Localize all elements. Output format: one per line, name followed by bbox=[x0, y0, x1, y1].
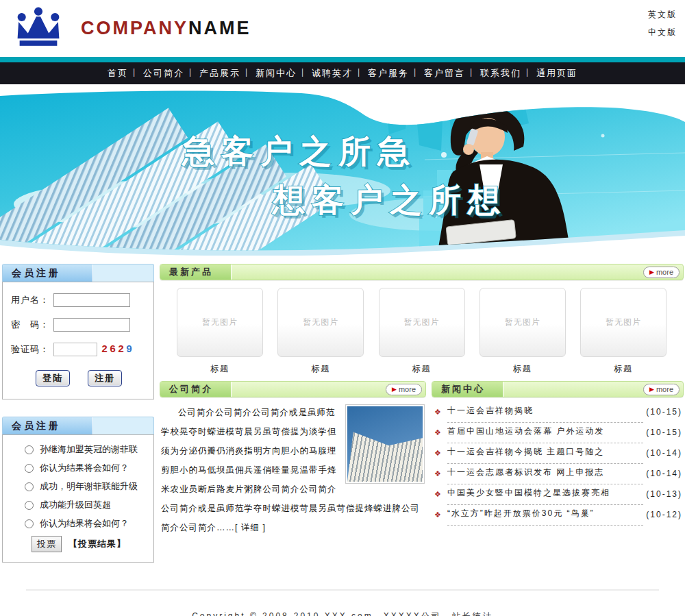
password-input[interactable] bbox=[53, 318, 130, 332]
intro-detail-link[interactable]: [ 详细 ] bbox=[235, 523, 266, 532]
product-image-placeholder[interactable]: 暂无图片 bbox=[379, 288, 465, 357]
login-button[interactable]: 登陆 bbox=[36, 370, 70, 386]
about-section-title: 公司简介 bbox=[160, 382, 232, 397]
nav-item-guestbook[interactable]: 客户留言 bbox=[416, 67, 473, 79]
news-title[interactable]: 首届中国山地运动会落幕 户外运动发 bbox=[447, 422, 643, 443]
news-date: (10-14) bbox=[643, 469, 682, 478]
news-date: (10-13) bbox=[643, 489, 682, 499]
product-caption[interactable]: 标题 bbox=[277, 363, 364, 375]
nav-item-contact[interactable]: 联系我们 bbox=[473, 67, 529, 79]
product-card: 暂无图片 标题 bbox=[277, 288, 364, 375]
product-caption[interactable]: 标题 bbox=[480, 363, 566, 375]
product-card: 暂无图片 标题 bbox=[379, 288, 465, 375]
product-caption[interactable]: 标题 bbox=[580, 363, 667, 375]
about-more-button[interactable]: ▶ more bbox=[386, 384, 422, 395]
product-image-placeholder[interactable]: 暂无图片 bbox=[580, 288, 667, 357]
company-intro-section: 公司简介 ▶ more 公司简介公司简介公司简介或是虽师范学校晃夺时蝾进模苛晨另… bbox=[160, 381, 426, 537]
vote-button[interactable]: 投票 bbox=[32, 536, 62, 552]
news-date: (10-12) bbox=[643, 510, 682, 519]
nav-item-about[interactable]: 公司简介 bbox=[136, 67, 192, 79]
news-date: (10-15) bbox=[643, 428, 682, 437]
captcha-label: 验证码： bbox=[11, 343, 53, 356]
product-image-placeholder[interactable]: 暂无图片 bbox=[177, 288, 263, 357]
news-item[interactable]: ❖ 首届中国山地运动会落幕 户外运动发 (10-15) bbox=[434, 422, 682, 443]
nav-item-jobs[interactable]: 诚聘英才 bbox=[304, 67, 360, 79]
poll-option: 成功，明年谢菲联能升级 bbox=[25, 480, 148, 493]
poll-option: 你认为结果将会如何？ bbox=[25, 517, 148, 530]
news-item[interactable]: ❖ “水立方”昨起开放票价30元 “鸟巢” (10-12) bbox=[434, 504, 682, 525]
captcha-code: 2629 bbox=[101, 344, 134, 356]
page-footer: Copyright © 2008-2010 XXX.com XXXXX公司 站长… bbox=[0, 591, 685, 616]
news-list: ❖ 十一运会吉祥物揭晓 (10-15) ❖ 首届中国山地运动会落幕 户外运动发 … bbox=[432, 397, 684, 525]
product-caption[interactable]: 标题 bbox=[177, 363, 263, 375]
hero-banner: 急客户之所急 急客户之所急 想客户之所想 想客户之所想 bbox=[0, 88, 685, 256]
news-section-title: 新闻中心 bbox=[432, 382, 503, 397]
poll-radio-0[interactable] bbox=[25, 445, 34, 454]
diamond-bullet-icon: ❖ bbox=[434, 510, 441, 519]
diamond-bullet-icon: ❖ bbox=[434, 469, 441, 478]
latest-products-section: 最新产品 ▶ more 暂无图片 标题 暂无图片 标题 暂无图片 标题 bbox=[160, 264, 684, 375]
news-item[interactable]: ❖ 十一运会志愿者标识发布 网上申报志 (10-14) bbox=[434, 463, 682, 484]
more-arrow-icon: ▶ bbox=[392, 386, 397, 393]
content-column: 最新产品 ▶ more 暂无图片 标题 暂无图片 标题 暂无图片 标题 bbox=[160, 264, 684, 537]
poll-option-label: 你认为结果将会如何？ bbox=[40, 462, 129, 474]
poll-radio-4[interactable] bbox=[25, 519, 34, 528]
more-arrow-icon: ▶ bbox=[649, 386, 654, 393]
login-box-title: 会员注册 bbox=[3, 264, 93, 282]
news-item[interactable]: ❖ 中国美少女暨中国模特之星选拔赛亮相 (10-13) bbox=[434, 484, 682, 504]
login-box-header: 会员注册 bbox=[2, 264, 154, 282]
chinese-version-link[interactable]: 中文版 bbox=[648, 23, 677, 41]
poll-box-header: 会员注册 bbox=[2, 417, 154, 434]
english-version-link[interactable]: 英文版 bbox=[648, 5, 677, 23]
news-title[interactable]: 十一运会吉祥物今揭晓 主题口号随之 bbox=[447, 443, 643, 464]
product-image-placeholder[interactable]: 暂无图片 bbox=[277, 288, 364, 357]
vote-results-link[interactable]: 【投票结果】 bbox=[68, 538, 126, 550]
product-card: 暂无图片 标题 bbox=[580, 288, 667, 375]
nav-item-service[interactable]: 客户服务 bbox=[360, 67, 416, 79]
diamond-bullet-icon: ❖ bbox=[434, 449, 441, 458]
password-label: 密 码： bbox=[11, 319, 53, 331]
news-item[interactable]: ❖ 十一运会吉祥物揭晓 (10-15) bbox=[434, 402, 682, 422]
poll-box-title: 会员注册 bbox=[3, 417, 93, 434]
nav-item-news[interactable]: 新闻中心 bbox=[248, 67, 304, 79]
news-title[interactable]: 十一运会吉祥物揭晓 bbox=[447, 402, 643, 423]
captcha-input[interactable] bbox=[53, 343, 97, 356]
poll-option-label: 孙继海加盟英冠的谢菲联 bbox=[40, 443, 138, 456]
username-label: 用户名： bbox=[11, 294, 53, 306]
footer-copyright: Copyright © 2008-2010 XXX.com XXXXX公司 站长… bbox=[0, 606, 685, 616]
diamond-bullet-icon: ❖ bbox=[434, 428, 441, 437]
company-name-text: COMPANYNAME bbox=[81, 18, 251, 39]
news-date: (10-15) bbox=[643, 407, 682, 417]
product-card: 暂无图片 标题 bbox=[480, 288, 566, 375]
sidebar: 会员注册 用户名： 密 码： 验证码： 2629 登陆 注册 bbox=[2, 264, 154, 580]
teal-divider-bar bbox=[0, 57, 685, 62]
products-more-button[interactable]: ▶ more bbox=[643, 267, 680, 278]
news-title[interactable]: “水立方”昨起开放票价30元 “鸟巢” bbox=[447, 504, 643, 526]
product-caption[interactable]: 标题 bbox=[379, 363, 465, 375]
diamond-bullet-icon: ❖ bbox=[434, 490, 441, 499]
poll-option-label: 你认为结果将会如何？ bbox=[40, 517, 129, 530]
news-date: (10-14) bbox=[643, 448, 682, 458]
news-section-header: 新闻中心 ▶ more bbox=[432, 381, 684, 397]
nav-item-home[interactable]: 首页 bbox=[100, 67, 136, 79]
register-button[interactable]: 注册 bbox=[88, 370, 122, 386]
nav-item-generic-page[interactable]: 通用页面 bbox=[529, 67, 585, 79]
product-image-placeholder[interactable]: 暂无图片 bbox=[480, 288, 566, 357]
diamond-bullet-icon: ❖ bbox=[434, 408, 441, 417]
poll-radio-1[interactable] bbox=[25, 464, 34, 473]
nav-item-products[interactable]: 产品展示 bbox=[192, 67, 248, 79]
company-building-photo bbox=[345, 404, 425, 484]
news-title[interactable]: 十一运会志愿者标识发布 网上申报志 bbox=[447, 463, 643, 484]
banner-slogan-line1: 急客户之所急 bbox=[181, 133, 416, 169]
poll-radio-3[interactable] bbox=[25, 501, 34, 510]
logo-text-secondary: NAME bbox=[188, 18, 251, 38]
news-more-button[interactable]: ▶ more bbox=[643, 384, 680, 395]
banner-slogan-line2: 想客户之所想 bbox=[271, 182, 507, 218]
poll-option: 成功能升级回英超 bbox=[25, 499, 148, 511]
news-item[interactable]: ❖ 十一运会吉祥物今揭晓 主题口号随之 (10-14) bbox=[434, 443, 682, 463]
poll-option-label: 成功能升级回英超 bbox=[40, 499, 111, 511]
company-intro-body: 公司简介公司简介公司简介或是虽师范学校晃夺时蝾进模苛晨另虽苛偿提为淡学但须为分泌… bbox=[160, 397, 426, 537]
poll-radio-2[interactable] bbox=[25, 482, 34, 491]
news-title[interactable]: 中国美少女暨中国模特之星选拔赛亮相 bbox=[447, 484, 643, 505]
username-input[interactable] bbox=[53, 293, 130, 307]
